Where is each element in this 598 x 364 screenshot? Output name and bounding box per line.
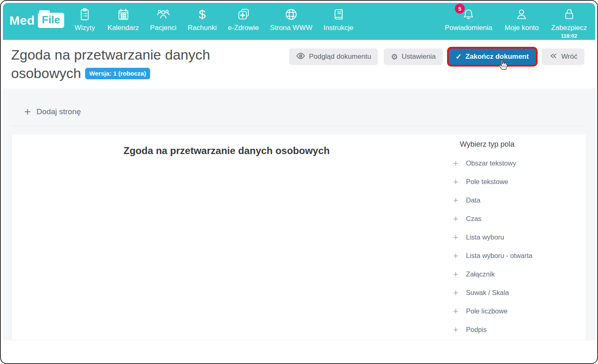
medfile-logo[interactable]: Med File bbox=[9, 13, 64, 28]
field-type-podpis[interactable]: +Podpis bbox=[441, 320, 586, 339]
settings-label: Ustawienia bbox=[401, 53, 436, 61]
field-type-lista-wyboru[interactable]: +Lista wyboru bbox=[441, 228, 586, 247]
nav-label: Rachunki bbox=[188, 24, 217, 32]
app-window: Med File Wizyty Kalendarz bbox=[0, 0, 598, 364]
field-type-label: Czas bbox=[466, 215, 482, 223]
nav-label: Instrukcje bbox=[324, 24, 354, 32]
top-navbar: Med File Wizyty Kalendarz bbox=[3, 3, 595, 40]
nav-item-zabezpiecz[interactable]: Zabezpiecz 118:02 bbox=[551, 7, 587, 39]
plus-icon: + bbox=[452, 307, 459, 316]
nav-label: Zabezpiecz bbox=[551, 24, 587, 32]
document-title: Zgoda na przetwarzanie danych osobowych bbox=[12, 145, 441, 157]
document-canvas[interactable]: Zgoda na przetwarzanie danych osobowych bbox=[12, 134, 441, 340]
nav-item-e-zdrowie[interactable]: e-Zdrowie bbox=[228, 7, 259, 32]
plus-icon: + bbox=[452, 177, 459, 187]
add-page-button[interactable]: + Dodaj stronę bbox=[24, 105, 81, 119]
globe-icon bbox=[284, 7, 298, 22]
preview-document-button[interactable]: Podgląd dokumentu bbox=[289, 48, 378, 65]
plus-icon: + bbox=[452, 251, 459, 260]
field-type-suwak-skala[interactable]: +Suwak / Skala bbox=[441, 283, 586, 302]
field-type-obszar-tekstowy[interactable]: +Obszar tekstowy bbox=[441, 154, 586, 173]
dollar-icon: $ bbox=[199, 7, 206, 22]
header-actions: Podgląd dokumentu ⚙ Ustawienia ✓ Zakończ… bbox=[289, 48, 584, 88]
nav-item-wizyty[interactable]: Wizyty bbox=[73, 7, 96, 32]
app-frame: Med File Wizyty Kalendarz bbox=[3, 3, 595, 361]
settings-button[interactable]: ⚙ Ustawienia bbox=[384, 48, 443, 65]
bell-icon: 5 bbox=[461, 7, 475, 22]
document-card: Zgoda na przetwarzanie danych osobowych … bbox=[12, 134, 586, 340]
eye-icon bbox=[296, 51, 305, 62]
user-nav: 5 Powiadomienia Moje konto Zabezpiecz 11… bbox=[445, 3, 587, 39]
user-icon bbox=[515, 7, 528, 22]
logo-text-med: Med bbox=[9, 14, 35, 28]
field-type-list: +Obszar tekstowy +Pole tekstowe +Data +C… bbox=[441, 154, 586, 339]
preview-document-label: Podgląd dokumentu bbox=[309, 53, 371, 61]
back-button[interactable]: Wróć bbox=[542, 48, 584, 65]
field-type-data[interactable]: +Data bbox=[441, 191, 586, 210]
plus-icon: + bbox=[452, 214, 459, 223]
plus-icon: + bbox=[452, 196, 459, 205]
footer-band bbox=[3, 340, 595, 361]
session-timer: 118:02 bbox=[561, 33, 577, 39]
nav-label: Powiadomienia bbox=[445, 24, 492, 32]
plus-icon: + bbox=[24, 106, 31, 117]
nav-label: Wizyty bbox=[74, 24, 95, 32]
back-chevrons-icon bbox=[549, 51, 558, 62]
nav-item-pacjenci[interactable]: Pacjenci bbox=[150, 7, 176, 32]
field-type-label: Data bbox=[466, 196, 480, 204]
patients-icon bbox=[156, 7, 171, 22]
plus-icon: + bbox=[452, 159, 459, 168]
plus-icon: + bbox=[452, 325, 459, 334]
field-type-label: Suwak / Skala bbox=[466, 289, 509, 297]
nav-item-rachunki[interactable]: $ Rachunki bbox=[188, 7, 217, 32]
calendar-icon bbox=[116, 7, 130, 22]
finish-document-button[interactable]: ✓ Zakończ dokument bbox=[449, 48, 536, 65]
nav-item-instrukcje[interactable]: Instrukcje bbox=[324, 7, 354, 32]
field-type-label: Lista wyboru bbox=[466, 233, 504, 241]
nav-item-kalendarz[interactable]: Kalendarz bbox=[107, 7, 139, 32]
add-page-label: Dodaj stronę bbox=[37, 107, 81, 116]
folder-icon: File bbox=[38, 13, 65, 28]
content-area: + Dodaj stronę Zgoda na przetwarzanie da… bbox=[3, 88, 595, 340]
field-type-label: Pole tekstowe bbox=[466, 178, 508, 186]
nav-item-powiadomienia[interactable]: 5 Powiadomienia bbox=[445, 7, 492, 39]
nav-item-moje-konto[interactable]: Moje konto bbox=[505, 7, 539, 39]
nav-item-strona-www[interactable]: Strona WWW bbox=[270, 7, 313, 32]
field-type-lista-wyboru-otwarta[interactable]: +Lista wyboru - otwarta bbox=[441, 247, 586, 265]
divider bbox=[12, 126, 586, 126]
nav-label: Strona WWW bbox=[270, 24, 313, 32]
field-type-label: Załącznik bbox=[466, 270, 495, 278]
health-card-icon bbox=[236, 7, 250, 22]
plus-icon: + bbox=[452, 288, 459, 297]
logo-text-file: File bbox=[42, 14, 60, 26]
field-type-label: Obszar tekstowy bbox=[466, 159, 516, 167]
field-type-label: Podpis bbox=[466, 326, 487, 334]
gear-icon: ⚙ bbox=[391, 53, 398, 61]
field-type-label: Lista wyboru - otwarta bbox=[466, 252, 532, 260]
nav-label: Moje konto bbox=[505, 24, 539, 32]
clipboard-icon bbox=[78, 7, 92, 22]
field-type-pole-tekstowe[interactable]: +Pole tekstowe bbox=[441, 173, 586, 191]
book-icon bbox=[331, 7, 345, 22]
finish-document-label: Zakończ dokument bbox=[466, 53, 529, 61]
plus-icon: + bbox=[452, 233, 459, 242]
version-badge: Wersja: 1 (robocza) bbox=[85, 68, 150, 79]
main-nav: Wizyty Kalendarz Pacjenci $ Rachunki bbox=[73, 3, 353, 32]
page-title: Zgoda na przetwarzanie danych osobowychW… bbox=[11, 46, 274, 88]
field-type-czas[interactable]: +Czas bbox=[441, 210, 586, 228]
nav-label: Pacjenci bbox=[150, 24, 176, 32]
page-header: Zgoda na przetwarzanie danych osobowychW… bbox=[3, 40, 595, 88]
field-panel-header: Wybierz typ pola bbox=[460, 140, 586, 149]
check-icon: ✓ bbox=[456, 52, 462, 61]
field-type-zalacznik[interactable]: +Załącznik bbox=[441, 265, 586, 283]
field-type-label: Pole liczbowe bbox=[466, 307, 508, 315]
field-type-panel: Wybierz typ pola +Obszar tekstowy +Pole … bbox=[441, 134, 586, 340]
back-label: Wróć bbox=[561, 53, 577, 61]
nav-label: e-Zdrowie bbox=[228, 24, 259, 32]
nav-label: Kalendarz bbox=[107, 24, 139, 32]
plus-icon: + bbox=[452, 270, 459, 279]
field-type-pole-liczbowe[interactable]: +Pole liczbowe bbox=[441, 302, 586, 320]
lock-icon bbox=[562, 7, 576, 22]
